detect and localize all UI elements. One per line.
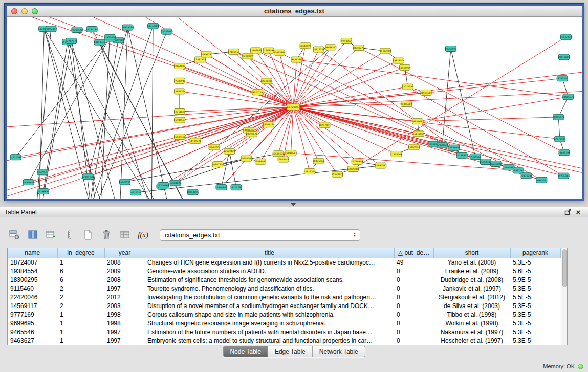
graph-node[interactable]: 9370729 — [252, 90, 263, 95]
graph-node[interactable]: 11835009 — [390, 151, 402, 157]
column-header-name[interactable]: name — [8, 248, 57, 258]
graph-node[interactable]: 18817788 — [313, 47, 324, 52]
graph-node[interactable]: 22712971 — [66, 38, 77, 44]
table-row[interactable]: 1872400712008Changes of HCN gene express… — [8, 258, 560, 267]
graph-node[interactable]: 18597504 — [212, 162, 224, 167]
graph-node[interactable]: 13391323 — [194, 57, 206, 62]
graph-node[interactable]: 18316873 — [553, 114, 564, 120]
close-window-button[interactable] — [11, 8, 17, 14]
network-view-window[interactable]: citations_edges.txt 18236177122374931577… — [5, 4, 584, 201]
graph-node[interactable]: 21421163 — [10, 155, 21, 160]
column-header-out_degree[interactable]: △ out_de… — [394, 248, 433, 258]
graph-node[interactable]: 12237493 — [161, 29, 173, 34]
graph-node[interactable]: 12629129 — [224, 148, 235, 154]
tab-network-table[interactable]: Network Table — [313, 346, 365, 357]
graph-node[interactable]: 15684696 — [169, 180, 181, 186]
graph-node[interactable]: 14773081 — [147, 23, 159, 29]
graph-node[interactable]: 20475584 — [274, 50, 286, 55]
graph-node[interactable]: 21085773 — [562, 94, 574, 100]
graph-node[interactable]: 11534097 — [448, 145, 460, 150]
table-scrollbar[interactable] — [561, 248, 568, 345]
graph-node[interactable]: 13065980 — [347, 166, 359, 172]
graph-node[interactable]: 13101753 — [230, 185, 242, 190]
graph-node[interactable]: 18063824 — [23, 180, 34, 185]
graph-node[interactable]: 18436565 — [313, 158, 324, 164]
graph-node[interactable]: 22078026 — [437, 142, 448, 148]
graph-node[interactable]: 11632370 — [560, 34, 572, 40]
graph-node[interactable]: 22173286 — [520, 173, 532, 179]
graph-node[interactable]: 19173073 — [332, 171, 343, 177]
graph-node[interactable]: 16648199 — [299, 43, 311, 49]
table-row[interactable]: 946554611997Estimation of the future num… — [8, 327, 560, 336]
graph-node[interactable]: 17385946 — [174, 78, 186, 83]
graph-node[interactable]: 17156154 — [228, 49, 239, 54]
graph-node[interactable]: 11189221 — [189, 138, 201, 144]
function-builder-icon[interactable]: f(x) — [135, 227, 151, 243]
minimize-window-button[interactable] — [21, 8, 28, 14]
graph-node[interactable]: 13099463 — [254, 159, 266, 164]
table-row[interactable]: 2242004622012Investigating the contribut… — [8, 293, 560, 301]
graph-node[interactable]: 9210839 — [242, 53, 253, 59]
graph-node[interactable]: 22690847 — [215, 185, 227, 190]
graph-node[interactable]: 19775314 — [558, 173, 570, 179]
import-table-icon[interactable] — [117, 227, 133, 243]
graph-node[interactable]: 22001728 — [82, 174, 94, 180]
graph-node[interactable]: 11282909 — [380, 48, 391, 54]
graph-node[interactable]: 15603090 — [241, 156, 252, 161]
graph-node[interactable]: 22209566 — [71, 27, 83, 32]
zoom-window-button[interactable] — [32, 8, 38, 14]
graph-node[interactable]: 11788408 — [351, 159, 363, 164]
graph-node[interactable]: 10961874 — [174, 63, 186, 69]
graph-node[interactable]: 20346607 — [400, 101, 412, 106]
new-file-icon[interactable] — [80, 227, 96, 243]
graph-node[interactable]: 11813320 — [304, 169, 316, 174]
graph-node[interactable]: 12951376 — [174, 89, 186, 94]
graph-node[interactable]: 18466212 — [325, 45, 337, 50]
graph-node[interactable]: 20292670 — [246, 131, 257, 137]
table-row[interactable]: 1830029562008Estimation of significance … — [8, 275, 560, 284]
graph-node[interactable]: 22270405 — [554, 136, 565, 142]
window-titlebar[interactable]: citations_edges.txt — [7, 6, 582, 17]
graph-node[interactable]: 14948989 — [399, 64, 411, 70]
graph-node[interactable]: 18640273 — [353, 45, 364, 51]
graph-node[interactable]: 13785101 — [556, 76, 568, 81]
table-row[interactable]: 911546021997Tourette syndrome. Phenomeno… — [8, 284, 560, 293]
graph-node[interactable]: 20892487 — [45, 26, 57, 32]
graph-node[interactable]: 19359554 — [469, 154, 481, 159]
graph-node[interactable]: 21990537 — [375, 163, 387, 168]
graph-node[interactable]: 12022530 — [402, 84, 413, 90]
graph-node[interactable]: 20509521 — [37, 169, 49, 175]
graph-node[interactable]: 13957285 — [513, 168, 525, 173]
row-handle-icon[interactable] — [61, 227, 77, 243]
column-header-in_degree[interactable]: in_degree — [57, 248, 104, 258]
graph-node[interactable]: 12535676 — [272, 151, 284, 157]
table-row[interactable]: 946362711997Embryonic stem cells: a mode… — [8, 336, 560, 345]
graph-node[interactable]: 11599198 — [263, 48, 274, 53]
scrollbar-thumb[interactable] — [562, 249, 567, 287]
graph-node[interactable]: 14334642 — [412, 119, 424, 124]
graph-node[interactable]: 16891599 — [558, 150, 570, 156]
graph-node[interactable]: 12633773 — [208, 144, 220, 150]
column-header-year[interactable]: year — [104, 248, 145, 258]
split-pane-handle[interactable] — [290, 203, 296, 206]
graph-node[interactable]: 9794072 — [341, 38, 352, 44]
new-column-icon[interactable] — [43, 227, 59, 243]
graph-node[interactable]: 21504681 — [420, 90, 432, 95]
float-panel-icon[interactable] — [563, 208, 573, 216]
column-header-short[interactable]: short — [433, 248, 510, 258]
delete-icon[interactable] — [98, 227, 114, 243]
graph-node[interactable]: 16146150 — [263, 122, 275, 127]
graph-node[interactable]: 22191193 — [86, 26, 98, 32]
graph-node[interactable]: 19367976 — [445, 46, 457, 52]
graph-node[interactable]: 16899547 — [285, 150, 297, 156]
graph-node[interactable]: 21471059 — [104, 34, 116, 40]
graph-node[interactable]: 11669712 — [408, 144, 420, 150]
graph-node[interactable]: 20186917 — [456, 152, 468, 158]
table-selector-dropdown[interactable]: citations_edges.txt ▲▼ — [160, 229, 360, 241]
graph-node[interactable]: 16329156 — [122, 25, 134, 30]
graph-node[interactable]: 16616069 — [413, 131, 425, 137]
graph-node[interactable]: 21605850 — [250, 48, 262, 53]
memory-status-icon[interactable] — [578, 364, 583, 369]
graph-node[interactable]: 14862241 — [536, 177, 548, 183]
graph-node[interactable]: 14111762 — [94, 39, 105, 45]
